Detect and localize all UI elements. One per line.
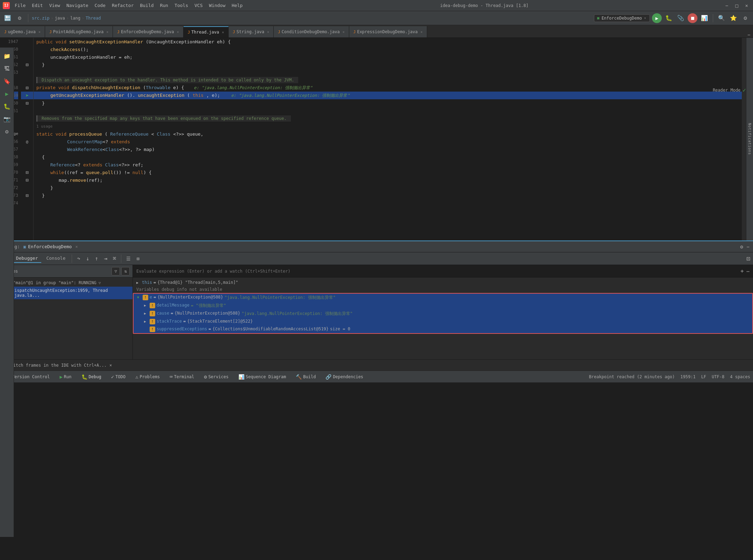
tab-enforce[interactable]: J EnforceDebugDemo.java ×: [113, 26, 183, 37]
menu-file[interactable]: File: [12, 2, 28, 9]
frames-toolbar: Frames ▽ ⇅: [0, 265, 132, 278]
menu-build[interactable]: Build: [137, 2, 157, 9]
var-e[interactable]: ▼ ! e = {NullPointerException@508} "java…: [134, 294, 752, 302]
debug-tab-debugger[interactable]: Debugger: [13, 254, 42, 263]
var-stacktrace[interactable]: ▶ ! stackTrace = {StackTraceElement[2]@5…: [134, 318, 752, 325]
debug-variables: + ⋯ ▶ this = {Thread@1} "Thread[main,5,m…: [133, 265, 753, 359]
bottom-bar: ⎇ Version Control ▶ Run 🐛 Debug ✓ TODO ⚠…: [0, 371, 753, 382]
sidebar-project[interactable]: 📁: [1, 50, 13, 62]
close-btn[interactable]: ×: [743, 2, 750, 9]
sidebar-debug[interactable]: 🐛: [1, 101, 13, 112]
settings-btn[interactable]: ☰: [124, 255, 133, 262]
maximize-btn[interactable]: □: [733, 2, 740, 9]
tab-pointadd[interactable]: J PointAddLogDemo.java ×: [45, 26, 113, 37]
sidebar-bookmarks[interactable]: 🔖: [1, 76, 13, 87]
close-debug-tab[interactable]: ×: [75, 244, 78, 249]
debug-panel: Debug: ▣ EnforceDebugDemo × ⚙ − ▶ Debugg…: [0, 240, 753, 359]
close-tab-enforce[interactable]: ×: [177, 30, 179, 34]
layout-icon[interactable]: ⊡: [746, 255, 750, 262]
bottom-problems[interactable]: ⚠ Problems: [133, 373, 162, 380]
step-into[interactable]: ↓: [84, 254, 92, 263]
coverage-button[interactable]: 📊: [700, 13, 709, 23]
run-button[interactable]: ▶: [652, 13, 662, 23]
menu-refactor[interactable]: Refactor: [109, 2, 137, 9]
eval-expr[interactable]: ⌘: [111, 254, 119, 263]
bottom-build[interactable]: 🔨 Build: [294, 373, 318, 380]
toolbar-settings[interactable]: ⚙: [15, 13, 24, 23]
run-to-cursor[interactable]: ⇥: [102, 254, 109, 263]
bottom-todo[interactable]: ✓ TODO: [109, 373, 128, 380]
debug-frames: Frames ▽ ⇅ ▶ "main"@1 in group "main": R…: [0, 265, 133, 359]
restore-layout[interactable]: ⊞: [134, 255, 141, 262]
menu-vcs[interactable]: VCS: [192, 2, 205, 9]
search-button[interactable]: 🔍: [717, 13, 726, 23]
gutter-icons: ⊟ ⊟ ➤ ⊟ @ ⊟ ⊟ ⊟: [21, 38, 34, 240]
menu-view[interactable]: View: [46, 2, 63, 9]
reader-mode-badge[interactable]: Reader Mode ✓: [713, 87, 746, 93]
tab-overflow[interactable]: ⋯: [745, 33, 753, 37]
tab-thread[interactable]: J Thread.java ×: [184, 26, 229, 37]
debug-settings[interactable]: ⚙: [740, 244, 743, 250]
tab-expression[interactable]: J ExpressionDebugDemo.java ×: [349, 26, 427, 37]
tab-condition[interactable]: J ConditionDebugDemo.java ×: [274, 26, 349, 37]
code-editor: Reader Mode ✓ 1947 1950 1951 1952 1953 1…: [0, 38, 753, 240]
sort-btn[interactable]: ⇅: [121, 267, 130, 275]
debug-button[interactable]: 🐛: [664, 13, 674, 23]
thread-item[interactable]: ▶ "main"@1 in group "main": RUNNING ▽: [0, 279, 132, 287]
close-tab-condition[interactable]: ×: [343, 30, 345, 34]
bottom-run[interactable]: ▶ Run: [57, 373, 73, 380]
run-configuration[interactable]: ▣ EnforceDebugDemo ▾: [594, 14, 650, 22]
tab-ugdemo[interactable]: J ugDemo.java ×: [0, 26, 45, 37]
menu-tools[interactable]: Tools: [172, 2, 191, 9]
close-hint[interactable]: ×: [109, 363, 112, 368]
add-watch-btn[interactable]: +: [740, 268, 744, 274]
debug-tab-console[interactable]: Console: [43, 254, 69, 263]
eval-settings[interactable]: ⋯: [747, 268, 750, 274]
code-line-1968: WeakReference<Class<?>>, ?> map): [34, 145, 742, 153]
debug-header: Debug: ▣ EnforceDebugDemo × ⚙ −: [0, 241, 753, 252]
sidebar-run[interactable]: ▶: [1, 88, 13, 99]
menu-edit[interactable]: Edit: [29, 2, 45, 9]
attach-button[interactable]: 📎: [676, 13, 686, 23]
toolbar-back[interactable]: 🔙: [3, 13, 13, 23]
menu-window[interactable]: Window: [206, 2, 228, 9]
close-tab-thread[interactable]: ×: [222, 30, 224, 34]
bottom-terminal[interactable]: ⌨ Terminal: [167, 373, 196, 380]
close-tab-ugdemo[interactable]: ×: [38, 30, 41, 34]
breakpoint-status: Breakpoint reached (2 minutes ago): [589, 374, 675, 379]
filter-btn[interactable]: ▽: [112, 267, 120, 275]
sidebar-settings[interactable]: ⚙: [1, 126, 13, 137]
sidebar-camera[interactable]: 📷: [1, 113, 13, 124]
step-over[interactable]: ↷: [75, 254, 83, 263]
debug-icon: 🐛: [81, 374, 87, 380]
breadcrumb-java: java: [55, 16, 65, 21]
bookmark-button[interactable]: ⭐: [729, 13, 738, 23]
var-cause[interactable]: ▶ ! cause = {NullPointerException@508} "…: [134, 310, 752, 318]
frame-item-active[interactable]: dispatchUncaughtException:1959, Thread (…: [0, 287, 132, 299]
debug-minimize[interactable]: −: [747, 244, 750, 250]
sidebar-structure[interactable]: 🏗: [1, 63, 13, 74]
menu-help[interactable]: Help: [229, 2, 245, 9]
stop-button[interactable]: ⏹: [688, 13, 697, 23]
var-suppressed[interactable]: ▶ ! suppressedExceptions = {Collections$…: [134, 325, 752, 333]
menu-navigate[interactable]: Navigate: [64, 2, 91, 9]
eval-input[interactable]: [136, 269, 738, 274]
close-tab-pointadd[interactable]: ×: [106, 30, 108, 34]
menu-run[interactable]: Run: [157, 2, 171, 9]
var-detail-message[interactable]: ▶ ! detailMessage = "强制抛出异常": [134, 302, 752, 310]
close-tab-string[interactable]: ×: [267, 30, 269, 34]
var-this[interactable]: ▶ this = {Thread@1} "Thread[main,5,main]…: [133, 279, 753, 286]
bottom-debug[interactable]: 🐛 Debug: [79, 373, 103, 380]
step-out[interactable]: ↑: [93, 254, 101, 263]
close-tab-expression[interactable]: ×: [421, 30, 423, 34]
editor-scrollbar[interactable]: [742, 38, 746, 240]
settings-gear[interactable]: ⚙: [740, 13, 750, 23]
minimize-btn[interactable]: −: [723, 2, 730, 9]
tab-string[interactable]: J String.java ×: [229, 26, 274, 37]
bottom-services[interactable]: ⚙ Services: [202, 373, 230, 380]
bottom-sequence[interactable]: 📊 Sequence Diagram: [236, 373, 288, 380]
bottom-dependencies[interactable]: 🔗 Dependencies: [323, 373, 365, 380]
toolbar-sep1: [28, 14, 28, 22]
menu-code[interactable]: Code: [92, 2, 108, 9]
sequence-icon: 📊: [238, 374, 244, 380]
